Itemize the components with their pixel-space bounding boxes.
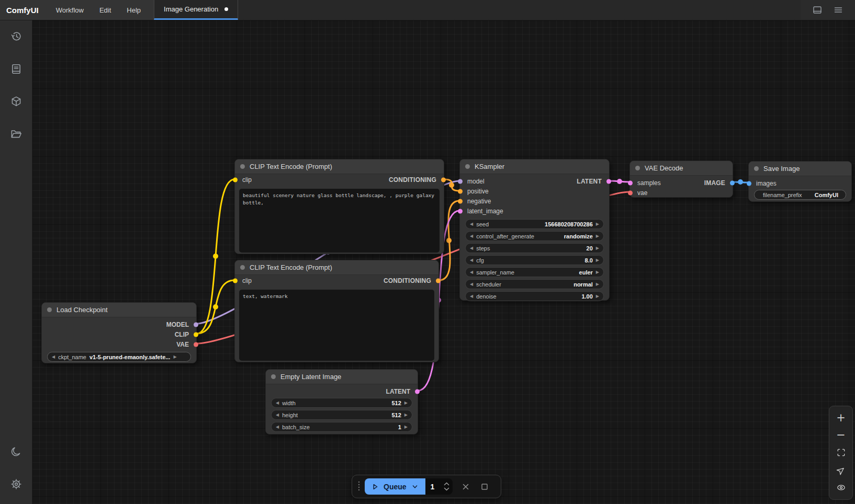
- model-library-icon[interactable]: [10, 95, 22, 108]
- increment-arrow-icon[interactable]: ▶: [404, 425, 408, 429]
- output-dot-vae[interactable]: [194, 342, 198, 347]
- decrement-arrow-icon[interactable]: ◀: [470, 294, 473, 299]
- stepper-down-icon[interactable]: [444, 487, 449, 491]
- cancel-x-icon[interactable]: [461, 482, 470, 491]
- node-header[interactable]: Save Image: [749, 162, 851, 176]
- node-header[interactable]: Load Checkpoint: [42, 303, 196, 317]
- node-header[interactable]: KSampler: [460, 159, 609, 174]
- increment-arrow-icon[interactable]: ▶: [596, 270, 599, 274]
- increment-arrow-icon[interactable]: ▶: [596, 246, 599, 250]
- collapse-dot-icon[interactable]: [465, 164, 470, 169]
- zoom-in-button[interactable]: +: [835, 413, 847, 424]
- widget-cfg[interactable]: ◀ cfg 8.0 ▶: [465, 255, 604, 265]
- input-dot-model[interactable]: [458, 179, 463, 184]
- input-dot-vae[interactable]: [628, 190, 633, 195]
- hamburger-menu-icon[interactable]: [833, 5, 843, 15]
- decrement-arrow-icon[interactable]: ◀: [470, 234, 473, 238]
- widget-filename-prefix[interactable]: filename_prefix ComfyUI: [754, 190, 846, 200]
- menu-edit[interactable]: Edit: [92, 6, 119, 14]
- select-mode-button[interactable]: [835, 464, 847, 476]
- output-dot-conditioning[interactable]: [436, 279, 441, 283]
- zoom-out-button[interactable]: −: [835, 430, 847, 441]
- bottom-panel-toggle-icon[interactable]: [812, 5, 823, 15]
- increment-arrow-icon[interactable]: ▶: [173, 355, 176, 359]
- batch-count-input[interactable]: [431, 483, 441, 491]
- chevron-down-icon[interactable]: [411, 483, 419, 491]
- widget-ckpt-name[interactable]: ◀ ckpt_name v1-5-pruned-emaonly.safete..…: [47, 352, 191, 362]
- prompt-textarea[interactable]: beautiful scenery nature glass bottle la…: [239, 189, 440, 253]
- increment-arrow-icon[interactable]: ▶: [596, 258, 599, 262]
- tab-image-generation[interactable]: Image Generation: [154, 0, 238, 20]
- widget-denoise[interactable]: ◀ denoise 1.00 ▶: [465, 291, 604, 301]
- node-empty-latent-image[interactable]: Empty Latent Image LATENT ◀ width 512 ▶ …: [265, 369, 418, 434]
- node-vae-decode[interactable]: VAE Decode samples IMAGE vae: [629, 161, 733, 198]
- stepper-up-icon[interactable]: [444, 482, 449, 486]
- output-dot-clip[interactable]: [194, 332, 198, 337]
- decrement-arrow-icon[interactable]: ◀: [470, 282, 473, 287]
- increment-arrow-icon[interactable]: ▶: [596, 294, 599, 299]
- input-dot-clip[interactable]: [233, 279, 238, 283]
- node-load-checkpoint[interactable]: Load Checkpoint MODEL CLIP VAE ◀ ckpt_na…: [41, 302, 197, 363]
- input-dot-samples[interactable]: [628, 180, 633, 185]
- widget-seed[interactable]: ◀ seed 156680208700286 ▶: [465, 219, 604, 229]
- output-dot-latent[interactable]: [415, 389, 420, 394]
- stop-square-icon[interactable]: [480, 482, 489, 491]
- output-dot-conditioning[interactable]: [441, 178, 446, 182]
- node-header[interactable]: CLIP Text Encode (Prompt): [235, 260, 438, 275]
- output-dot-image[interactable]: [730, 180, 735, 185]
- fit-view-button[interactable]: [835, 447, 847, 459]
- settings-gear-icon[interactable]: [10, 478, 22, 490]
- node-clip-text-encode-positive[interactable]: CLIP Text Encode (Prompt) clip CONDITION…: [234, 159, 444, 254]
- node-library-icon[interactable]: [10, 63, 22, 75]
- collapse-dot-icon[interactable]: [240, 164, 245, 169]
- input-dot-images[interactable]: [747, 181, 751, 186]
- widget-height[interactable]: ◀ height 512 ▶: [271, 410, 412, 420]
- decrement-arrow-icon[interactable]: ◀: [52, 355, 55, 359]
- widget-scheduler[interactable]: ◀ scheduler normal ▶: [465, 279, 604, 289]
- menu-workflow[interactable]: Workflow: [48, 6, 92, 14]
- increment-arrow-icon[interactable]: ▶: [596, 234, 599, 238]
- theme-toggle-moon-icon[interactable]: [10, 445, 22, 458]
- decrement-arrow-icon[interactable]: ◀: [276, 425, 279, 429]
- node-save-image[interactable]: Save Image images filename_prefix ComfyU…: [748, 161, 852, 202]
- input-dot-latent-image[interactable]: [458, 209, 463, 213]
- queue-history-icon[interactable]: [10, 30, 22, 43]
- collapse-dot-icon[interactable]: [47, 307, 52, 312]
- prompt-textarea[interactable]: text, watermark: [239, 290, 434, 361]
- decrement-arrow-icon[interactable]: ◀: [276, 401, 279, 405]
- widget-steps[interactable]: ◀ steps 20 ▶: [465, 243, 604, 253]
- collapse-dot-icon[interactable]: [271, 374, 276, 379]
- collapse-dot-icon[interactable]: [240, 265, 245, 270]
- node-ksampler[interactable]: KSampler model LATENT positive negative …: [459, 159, 610, 301]
- increment-arrow-icon[interactable]: ▶: [404, 401, 408, 405]
- decrement-arrow-icon[interactable]: ◀: [470, 270, 473, 274]
- widget-sampler-name[interactable]: ◀ sampler_name euler ▶: [465, 267, 604, 277]
- output-dot-model[interactable]: [194, 322, 198, 327]
- node-header[interactable]: CLIP Text Encode (Prompt): [235, 159, 444, 174]
- widget-batch-size[interactable]: ◀ batch_size 1 ▶: [271, 422, 412, 432]
- drag-handle-icon[interactable]: [357, 480, 361, 493]
- collapse-dot-icon[interactable]: [754, 166, 759, 171]
- decrement-arrow-icon[interactable]: ◀: [470, 222, 473, 226]
- output-dot-latent[interactable]: [606, 179, 611, 184]
- decrement-arrow-icon[interactable]: ◀: [470, 246, 473, 250]
- input-dot-clip[interactable]: [233, 178, 238, 182]
- decrement-arrow-icon[interactable]: ◀: [470, 258, 473, 262]
- input-dot-negative[interactable]: [458, 199, 463, 203]
- node-clip-text-encode-negative[interactable]: CLIP Text Encode (Prompt) clip CONDITION…: [234, 260, 439, 362]
- collapse-dot-icon[interactable]: [635, 166, 640, 170]
- toggle-link-visibility-button[interactable]: [835, 482, 847, 493]
- menu-help[interactable]: Help: [119, 6, 149, 14]
- increment-arrow-icon[interactable]: ▶: [596, 222, 599, 226]
- node-header[interactable]: VAE Decode: [630, 161, 733, 176]
- input-dot-positive[interactable]: [458, 189, 463, 193]
- increment-arrow-icon[interactable]: ▶: [596, 282, 599, 287]
- widget-control-after-generate[interactable]: ◀ control_after_generate randomize ▶: [465, 231, 604, 241]
- node-graph-canvas[interactable]: [32, 20, 855, 504]
- node-header[interactable]: Empty Latent Image: [266, 370, 418, 384]
- workflows-folder-icon[interactable]: [10, 128, 22, 140]
- increment-arrow-icon[interactable]: ▶: [404, 413, 408, 417]
- decrement-arrow-icon[interactable]: ◀: [276, 413, 279, 417]
- widget-width[interactable]: ◀ width 512 ▶: [271, 398, 412, 408]
- queue-button[interactable]: Queue: [365, 478, 425, 495]
